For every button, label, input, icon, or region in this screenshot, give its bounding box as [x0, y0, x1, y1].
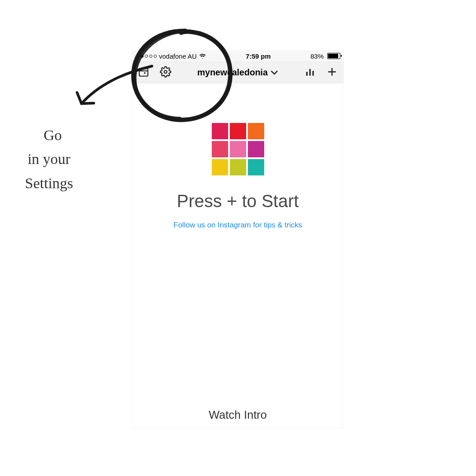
- logo-tile: [248, 159, 264, 175]
- logo-tile: [212, 123, 228, 139]
- annotation-text: Go in your Settings: [21, 123, 73, 195]
- svg-rect-8: [312, 71, 314, 75]
- logo-tile: [248, 141, 264, 157]
- clock: 7:59 pm: [246, 52, 271, 60]
- svg-rect-7: [309, 69, 310, 75]
- logo-tile: [230, 159, 246, 175]
- chevron-down-icon: [270, 67, 278, 78]
- watch-intro-button[interactable]: Watch Intro: [132, 408, 344, 422]
- logo-tile: [230, 141, 246, 157]
- svg-rect-6: [306, 72, 307, 76]
- arrow-annotation: [68, 62, 156, 115]
- stats-icon[interactable]: [304, 66, 316, 79]
- start-heading: Press + to Start: [177, 191, 299, 211]
- plus-icon[interactable]: [326, 66, 338, 79]
- logo-tile: [230, 123, 246, 139]
- app-logo: [212, 123, 264, 175]
- battery-pct: 83%: [310, 52, 324, 60]
- logo-tile: [248, 123, 264, 139]
- logo-tile: [212, 141, 228, 157]
- statusbar-right: 83%: [310, 52, 340, 60]
- logo-tile: [212, 159, 228, 175]
- follow-link[interactable]: Follow us on Instagram for tips & tricks: [173, 221, 302, 230]
- battery-icon: [327, 53, 340, 59]
